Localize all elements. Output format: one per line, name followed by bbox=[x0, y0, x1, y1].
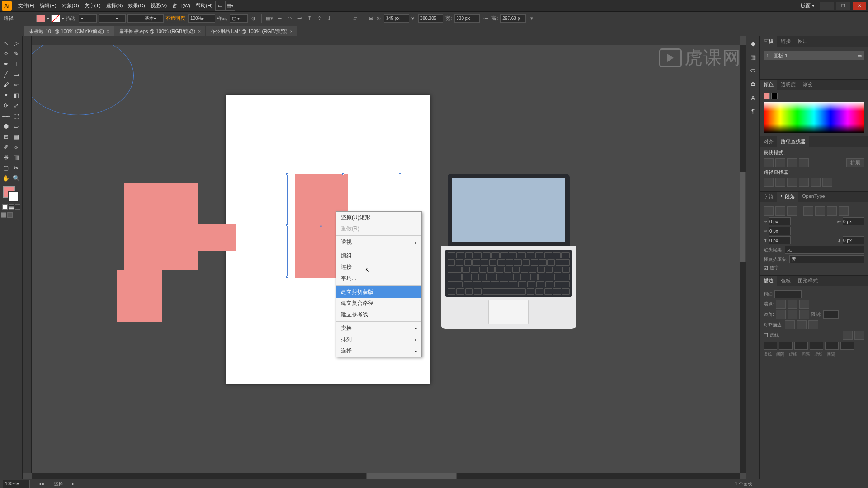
corner-round[interactable] bbox=[788, 310, 797, 319]
hyphenate-checkbox[interactable]: 连字 bbox=[770, 265, 779, 271]
mojikumi-dropdown[interactable]: 无 bbox=[789, 255, 864, 263]
transform-icon[interactable]: ⊞ bbox=[367, 14, 375, 23]
justify-center-button[interactable] bbox=[815, 206, 825, 216]
eraser-tool[interactable]: ◧ bbox=[11, 90, 22, 100]
dock-icon[interactable]: ⬭ bbox=[749, 66, 758, 75]
panel-tab-character[interactable]: 字符 bbox=[760, 192, 777, 202]
menu-edit[interactable]: 编辑(E) bbox=[37, 0, 59, 11]
paintbrush-tool[interactable]: 🖌 bbox=[1, 80, 11, 90]
style-dropdown[interactable]: ▢ ▾ bbox=[230, 14, 248, 23]
divide-button[interactable] bbox=[764, 178, 774, 187]
minus-front-button[interactable] bbox=[775, 158, 785, 167]
ctx-group[interactable]: 编组 bbox=[336, 250, 421, 262]
panel-tab-artboards[interactable]: 画板 bbox=[760, 36, 777, 47]
window-close[interactable]: ✕ bbox=[853, 2, 866, 10]
dash-input[interactable] bbox=[764, 342, 777, 350]
align-bottom-icon[interactable]: ⤓ bbox=[325, 14, 333, 23]
menu-view[interactable]: 视图(V) bbox=[148, 0, 170, 11]
cloud-icon[interactable]: ▭ bbox=[215, 1, 225, 11]
menu-window[interactable]: 窗口(W) bbox=[170, 0, 193, 11]
pen-tool[interactable]: ✒ bbox=[1, 59, 11, 69]
dock-icon[interactable]: ▦ bbox=[749, 52, 758, 61]
ctx-join[interactable]: 连接 bbox=[336, 262, 421, 273]
dash-align-2[interactable] bbox=[854, 331, 864, 340]
dash-input[interactable] bbox=[794, 342, 808, 350]
y-input[interactable] bbox=[418, 14, 443, 23]
dash-align-1[interactable] bbox=[843, 331, 853, 340]
artboard-options-icon[interactable]: ▭ bbox=[857, 53, 862, 59]
blend-tool[interactable]: ⟐ bbox=[11, 142, 22, 152]
align-group-icon[interactable]: ▦▾ bbox=[265, 14, 274, 23]
type-tool[interactable]: T bbox=[11, 59, 22, 69]
fill-swatch[interactable] bbox=[36, 15, 45, 22]
panel-tab-opentype[interactable]: OpenType bbox=[798, 192, 829, 202]
window-minimize[interactable]: — bbox=[820, 2, 834, 10]
merge-button[interactable] bbox=[787, 178, 797, 187]
dock-icon[interactable]: ✿ bbox=[749, 80, 758, 89]
menu-object[interactable]: 对象(O) bbox=[59, 0, 82, 11]
pencil-tool[interactable]: ✏ bbox=[11, 80, 22, 90]
ctx-make-compound-path[interactable]: 建立复合路径 bbox=[336, 298, 421, 309]
menu-effect[interactable]: 效果(C) bbox=[125, 0, 147, 11]
ctx-make-clipping-mask[interactable]: 建立剪切蒙版 bbox=[336, 286, 421, 298]
panel-tab-links[interactable]: 链接 bbox=[777, 36, 794, 47]
mesh-tool[interactable]: ⊞ bbox=[1, 131, 11, 142]
scale-tool[interactable]: ⤢ bbox=[11, 100, 22, 111]
panel-tab-color[interactable]: 颜色 bbox=[760, 80, 777, 90]
corner-bevel[interactable] bbox=[799, 310, 809, 319]
ctx-average[interactable]: 平均... bbox=[336, 273, 421, 284]
align-vcenter-icon[interactable]: ⇕ bbox=[315, 14, 323, 23]
dock-icon[interactable]: ◆ bbox=[749, 39, 758, 48]
eyedropper-tool[interactable]: ✐ bbox=[1, 142, 11, 152]
indent-left-input[interactable] bbox=[769, 217, 791, 225]
crop-button[interactable] bbox=[799, 178, 809, 187]
document-tab[interactable]: 扁平图标.eps @ 100% (RGB/预览)× bbox=[114, 26, 205, 36]
gap-input[interactable] bbox=[840, 342, 854, 350]
arrange-icon[interactable]: ▤▾ bbox=[225, 1, 235, 11]
canvas[interactable]: × 还原(U)矩形 bbox=[23, 36, 746, 479]
x-input[interactable] bbox=[384, 14, 409, 23]
first-line-indent-input[interactable] bbox=[769, 227, 791, 235]
panel-tab-align[interactable]: 对齐 bbox=[760, 136, 777, 147]
align-left-button[interactable] bbox=[764, 206, 774, 216]
expand-button[interactable]: 扩展 bbox=[846, 158, 864, 167]
dist-h-icon[interactable]: ⫼ bbox=[341, 14, 349, 23]
intersect-button[interactable] bbox=[787, 158, 797, 167]
align-stroke-outside[interactable] bbox=[808, 320, 818, 329]
cap-butt[interactable] bbox=[776, 300, 786, 309]
align-hcenter-icon[interactable]: ⇔ bbox=[285, 14, 293, 23]
panel-tab-layers[interactable]: 图层 bbox=[794, 36, 811, 47]
zoom-tool[interactable]: 🔍 bbox=[11, 173, 22, 183]
align-top-icon[interactable]: ⤒ bbox=[305, 14, 313, 23]
panel-tab-transparency[interactable]: 透明度 bbox=[777, 80, 799, 90]
shape-opts-icon[interactable]: ▾ bbox=[528, 14, 536, 23]
minus-back-button[interactable] bbox=[822, 178, 832, 187]
recolor-icon[interactable]: ◑ bbox=[250, 14, 258, 23]
space-after-input[interactable] bbox=[843, 236, 864, 244]
dashed-line-checkbox[interactable]: 虚线 bbox=[770, 332, 779, 338]
selection-tool[interactable]: ↖ bbox=[1, 38, 11, 48]
align-left-icon[interactable]: ⇤ bbox=[275, 14, 283, 23]
rotate-tool[interactable]: ⟳ bbox=[1, 100, 11, 111]
close-icon[interactable]: × bbox=[107, 29, 109, 34]
slice-tool[interactable]: ✂ bbox=[11, 163, 22, 173]
unite-button[interactable] bbox=[764, 158, 774, 167]
dist-v-icon[interactable]: ⫻ bbox=[351, 14, 359, 23]
artboard-tool[interactable]: ▢ bbox=[1, 163, 11, 173]
ruler-origin[interactable] bbox=[23, 36, 32, 45]
align-stroke-center[interactable] bbox=[785, 320, 795, 329]
w-input[interactable] bbox=[454, 14, 480, 23]
fill-stroke-control[interactable] bbox=[1, 186, 21, 210]
document-tab[interactable]: 办公用品1.ai* @ 100% (RGB/预览)× bbox=[206, 26, 297, 36]
dock-icon[interactable]: A bbox=[749, 93, 758, 102]
stroke-weight-input[interactable] bbox=[774, 290, 802, 298]
brush-dropdown[interactable]: ——— 基本 ▾ bbox=[127, 14, 164, 23]
graph-tool[interactable]: ▥ bbox=[11, 152, 22, 163]
symbol-sprayer-tool[interactable]: ❋ bbox=[1, 152, 11, 163]
opacity-dropdown[interactable]: 100% ▸ bbox=[188, 14, 215, 23]
dash-input[interactable] bbox=[825, 342, 839, 350]
menu-select[interactable]: 选择(S) bbox=[104, 0, 126, 11]
ctx-perspective[interactable]: 透视▸ bbox=[336, 237, 421, 248]
workspace-switcher[interactable]: 版面 ▾ bbox=[798, 0, 817, 11]
opacity-label[interactable]: 不透明度 bbox=[165, 15, 185, 22]
